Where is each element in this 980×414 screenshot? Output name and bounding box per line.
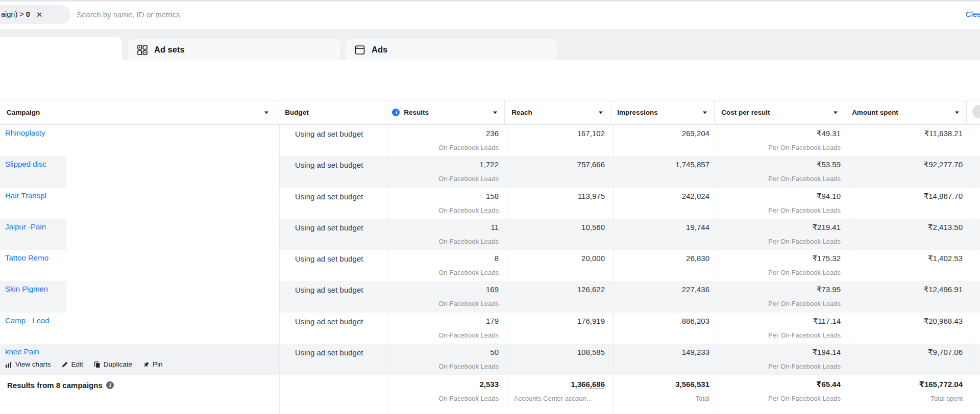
sort-caret-icon <box>599 111 603 114</box>
table-row: knee Pain View charts Edit <box>0 344 980 375</box>
impressions-value: 227,436 <box>682 285 709 294</box>
campaigns-table: Campaign Budget Results Reach Impression… <box>0 100 980 414</box>
reach-cell: 757,666 <box>507 156 614 187</box>
row-edit-button[interactable]: Edit <box>61 360 83 368</box>
header-impressions[interactable]: Impressions <box>610 100 715 124</box>
close-icon[interactable]: ✕ <box>36 11 43 18</box>
pencil-icon <box>61 361 68 368</box>
cost-value: ₹219.41 <box>813 223 841 232</box>
cost-sub: Per On-Facebook Leads <box>768 363 841 370</box>
header-reach[interactable]: Reach <box>505 100 610 124</box>
cost-value: ₹73.95 <box>817 285 841 294</box>
info-icon[interactable] <box>392 109 400 116</box>
cost-cell: ₹194.14 Per On-Facebook Leads <box>718 344 849 375</box>
budget-cell: Using ad set budget <box>280 313 387 344</box>
reach-value: 167,102 <box>577 129 605 138</box>
amount-cell: ₹14,867.70 <box>849 188 971 219</box>
filter-chip[interactable]: aign) > 0 ✕ <box>0 5 70 24</box>
campaign-link[interactable]: Jaipur -Pain <box>5 222 46 231</box>
budget-value: Using ad set budget <box>295 223 363 232</box>
summary-impressions-value: 3,566,531 <box>675 380 709 389</box>
campaign-link[interactable]: Skin Pigmen <box>5 284 48 293</box>
reach-value: 113,975 <box>578 192 605 200</box>
budget-value: Using ad set budget <box>295 161 363 169</box>
cost-cell: ₹49.31 Per On-Facebook Leads <box>718 125 849 156</box>
ads-icon <box>354 44 366 56</box>
results-value: 179 <box>486 317 499 325</box>
campaign-link[interactable]: Camp - Lead <box>5 316 50 325</box>
results-cell: 1,722 On-Facebook Leads <box>387 156 507 187</box>
tab-campaigns[interactable] <box>0 37 122 60</box>
budget-cell: Using ad set budget <box>280 250 387 281</box>
table-body: Rhinoplasty Using ad set budget 236 On-F… <box>0 125 980 375</box>
cost-value: ₹117.14 <box>813 317 841 326</box>
amount-cell: ₹9,707.06 <box>849 344 971 375</box>
tab-ads[interactable]: Ads <box>346 39 557 60</box>
reach-value: 176,919 <box>577 317 605 325</box>
table-row: Jaipur -Pain Using ad set budget 11 On-F… <box>0 219 980 250</box>
cost-value: ₹194.14 <box>813 348 841 357</box>
tab-ads-label: Ads <box>372 45 387 55</box>
row-pin-button[interactable]: Pin <box>142 360 163 368</box>
summary-amount-cell: ₹165,772.04 Total spent <box>849 375 971 413</box>
results-value: 158 <box>486 192 499 200</box>
cost-value: ₹49.31 <box>817 129 841 138</box>
sort-caret-icon <box>264 111 268 114</box>
view-charts-button[interactable]: View charts <box>5 360 51 368</box>
header-amount-spent[interactable]: Amount spent <box>845 100 967 124</box>
summary-budget-cell <box>280 375 387 413</box>
summary-reach-cell: 1,366,686 Accounts Center accoun… <box>507 375 614 413</box>
row-hover-actions: View charts Edit Duplicate <box>5 360 163 368</box>
sort-caret-icon <box>955 111 959 114</box>
campaign-link[interactable]: Hair Transpl <box>5 191 46 200</box>
campaign-link[interactable]: Tattoo Remo <box>5 253 48 262</box>
results-value: 8 <box>495 254 499 263</box>
header-results[interactable]: Results <box>385 100 505 124</box>
budget-value: Using ad set budget <box>295 286 363 294</box>
cost-sub: Per On-Facebook Leads <box>768 175 841 183</box>
budget-value: Using ad set budget <box>295 348 363 357</box>
actions-toolbar: Duplicate Edit A/B test More <box>0 60 980 100</box>
summary-cost-value: ₹65.44 <box>816 380 841 389</box>
header-budget[interactable]: Budget <box>278 100 385 124</box>
campaign-link[interactable]: Slipped disc <box>5 160 46 168</box>
amount-cell: ₹92,277.70 <box>849 156 971 187</box>
header-cost-per-result[interactable]: Cost per result <box>715 100 845 124</box>
impressions-value: 26,830 <box>686 254 709 263</box>
reach-cell: 167,102 <box>507 125 614 156</box>
table-row: Hair Transpl Using ad set budget 158 On-… <box>0 188 980 219</box>
tab-ad-sets[interactable]: Ad sets <box>128 39 340 60</box>
cost-value: ₹175.32 <box>813 254 841 263</box>
impressions-cell: 26,830 <box>614 250 718 281</box>
summary-reach-sub: Accounts Center accoun… <box>514 395 593 402</box>
reach-cell: 113,975 <box>507 188 614 219</box>
results-cell: 236 On-Facebook Leads <box>387 125 507 156</box>
campaign-link[interactable]: knee Pain <box>5 347 39 356</box>
cost-cell: ₹53.59 Per On-Facebook Leads <box>718 156 849 187</box>
reach-value: 757,666 <box>577 160 605 169</box>
cost-cell: ₹73.95 Per On-Facebook Leads <box>718 281 849 312</box>
impressions-cell: 1,745,857 <box>614 156 718 187</box>
reach-cell: 10,560 <box>507 219 614 250</box>
cost-sub: Per On-Facebook Leads <box>768 238 841 245</box>
clear-filters-link[interactable]: Clear <box>966 10 980 18</box>
budget-value: Using ad set budget <box>295 130 363 138</box>
search-input[interactable] <box>77 5 536 24</box>
campaign-link[interactable]: Rhinoplasty <box>5 128 45 137</box>
row-spacer <box>971 188 980 219</box>
table-row: Slipped disc Using ad set budget 1,722 O… <box>0 156 980 187</box>
summary-results-value: 2,533 <box>479 380 499 389</box>
row-duplicate-button[interactable]: Duplicate <box>93 360 132 368</box>
row-spacer <box>971 250 980 281</box>
info-icon[interactable] <box>106 381 114 389</box>
impressions-cell: 19,744 <box>614 219 718 250</box>
budget-cell: Using ad set budget <box>280 219 387 250</box>
table-row: Skin Pigmen Using ad set budget 169 On-F… <box>0 281 980 312</box>
sort-caret-icon <box>703 111 707 114</box>
row-spacer <box>971 344 980 375</box>
campaign-cell: knee Pain View charts Edit <box>0 344 280 375</box>
summary-row: Results from 8 campaigns 2,533 On-Facebo… <box>0 375 980 413</box>
sort-caret-icon <box>834 111 838 114</box>
header-campaign[interactable]: Campaign <box>0 100 278 124</box>
budget-cell: Using ad set budget <box>280 156 387 187</box>
